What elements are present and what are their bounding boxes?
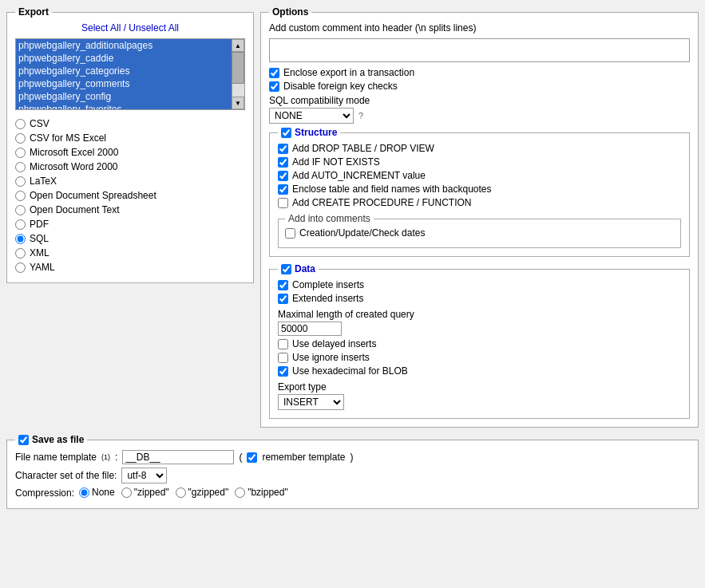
charset-row: Character set of the file: utf-8utf-16la… [15,468,690,483]
data-extra-item-label: Use ignore inserts [292,352,370,363]
compression-radio[interactable] [79,487,89,498]
format-label: CSV for MS Excel [30,132,106,144]
format-radio[interactable] [15,119,26,129]
format-radio[interactable] [15,133,26,144]
data-extra-item-checkbox[interactable] [278,366,288,377]
format-radio-item: YAML [15,260,245,274]
structure-item: Add IF NOT EXISTS [278,156,681,168]
data-items: Complete insertsExtended inserts [278,279,681,304]
scrollbar-down-button[interactable]: ▼ [232,97,244,109]
data-fieldset: Data Complete insertsExtended inserts Ma… [269,263,690,419]
data-checkbox[interactable] [281,264,291,274]
compression-option: "gzipped" [176,487,229,498]
data-legend-text: Data [295,263,315,274]
table-list-item[interactable]: phpwebgallery_caddie [16,52,232,65]
compression-radio[interactable] [176,487,186,498]
select-all-link[interactable]: Select All [81,22,121,34]
structure-item-label: Add IF NOT EXISTS [292,156,380,168]
save-as-file-panel: Save as file File name template (1) : ( … [6,434,699,509]
format-label: Microsoft Word 2000 [30,161,118,172]
format-radio-item: CSV for MS Excel [15,131,245,145]
structure-legend: Structure [278,127,340,138]
file-name-superscript: (1) [101,453,110,461]
structure-item-checkbox[interactable] [278,198,288,208]
parens-close: ) [350,452,353,463]
sql-compat-row: NONEANSIDB2MAXDBMYSQL323MYSQL40MSSQLORAC… [269,108,690,124]
compression-radio[interactable] [235,487,245,498]
remember-label: remember template [262,452,345,463]
structure-item: Add DROP TABLE / DROP VIEW [278,143,681,154]
data-item-checkbox[interactable] [278,294,288,304]
scrollbar-thumb[interactable] [232,52,244,84]
format-radio[interactable] [15,248,26,258]
format-radio[interactable] [15,234,26,244]
structure-item-checkbox[interactable] [278,184,288,195]
compression-label-text: "zipped" [134,487,169,498]
structure-legend-text: Structure [295,127,337,138]
options-fieldset: Options Add custom comment into header (… [260,6,699,428]
data-extra-item-checkbox[interactable] [278,353,288,363]
max-length-input[interactable] [278,322,342,336]
format-radio[interactable] [15,176,26,187]
structure-item-label: Add AUTO_INCREMENT value [292,170,426,181]
data-item: Complete inserts [278,279,681,290]
table-list-item[interactable]: phpwebgallery_additionalpages [16,39,232,52]
scrollbar-up-button[interactable]: ▲ [232,39,244,52]
format-radio-item: PDF [15,217,245,231]
table-list[interactable]: phpwebgallery_additionalpagesphpwebgalle… [15,38,245,110]
data-item-checkbox[interactable] [278,280,288,290]
structure-item-checkbox[interactable] [278,157,288,168]
enclose-export-checkbox[interactable] [269,68,279,78]
format-label: LaTeX [30,176,57,187]
format-radio[interactable] [15,219,26,230]
data-item-label: Extended inserts [292,293,363,304]
format-label: Open Document Text [30,204,120,215]
table-list-item[interactable]: phpwebgallery_config [16,90,232,103]
data-item-label: Complete inserts [292,279,364,290]
save-as-file-legend: Save as file [15,434,87,445]
compression-radio[interactable] [121,487,132,498]
structure-item: Add CREATE PROCEDURE / FUNCTION [278,197,681,208]
structure-item: Enclose table and field names with backq… [278,184,681,195]
remember-template-checkbox[interactable] [247,452,257,463]
export-legend: Export [15,6,52,18]
export-type-label: Export type [278,381,681,393]
table-list-item[interactable]: phpwebgallery_comments [16,77,232,90]
disable-foreign-row: Disable foreign key checks [269,81,690,92]
format-radio[interactable] [15,262,26,273]
add-comments-item-checkbox[interactable] [285,228,295,239]
format-radio[interactable] [15,191,26,201]
data-extra-item: Use delayed inserts [278,338,681,349]
data-extra-item-label: Use delayed inserts [292,338,376,349]
format-radio[interactable] [15,162,26,172]
disable-foreign-checkbox[interactable] [269,81,279,92]
export-type-select[interactable]: INSERTUPDATEREPLACE [278,394,344,410]
table-list-item[interactable]: phpwebgallery_favorites [16,103,232,109]
scrollbar-track[interactable]: ▲ ▼ [232,39,244,109]
format-radio[interactable] [15,205,26,215]
file-name-input[interactable] [122,450,234,464]
table-list-content: phpwebgallery_additionalpagesphpwebgalle… [16,39,232,109]
structure-checkbox[interactable] [281,128,291,138]
structure-item-checkbox[interactable] [278,144,288,154]
structure-item-checkbox[interactable] [278,171,288,181]
structure-item-label: Enclose table and field names with backq… [292,184,492,195]
enclose-export-label: Enclose export in a transaction [283,67,414,78]
charset-select[interactable]: utf-8utf-16latin1ascii [121,468,167,483]
format-radio-item: LaTeX [15,174,245,188]
structure-item: Add AUTO_INCREMENT value [278,170,681,181]
sql-compat-help-icon[interactable]: ? [358,111,363,120]
enclose-export-row: Enclose export in a transaction [269,67,690,78]
table-list-item[interactable]: phpwebgallery_categories [16,65,232,77]
data-legend: Data [278,263,319,274]
sql-compat-label: SQL compatibility mode [269,95,690,106]
save-as-file-checkbox[interactable] [18,435,29,445]
sql-compat-select[interactable]: NONEANSIDB2MAXDBMYSQL323MYSQL40MSSQLORAC… [269,108,354,124]
format-radio-list: CSVCSV for MS ExcelMicrosoft Excel 2000M… [15,116,245,274]
format-radio[interactable] [15,148,26,158]
unselect-all-link[interactable]: Unselect All [129,22,179,34]
custom-comment-input[interactable] [269,38,690,62]
data-extra-item-checkbox[interactable] [278,339,288,349]
format-radio-item: Microsoft Excel 2000 [15,145,245,160]
charset-label: Character set of the file: [15,470,117,481]
